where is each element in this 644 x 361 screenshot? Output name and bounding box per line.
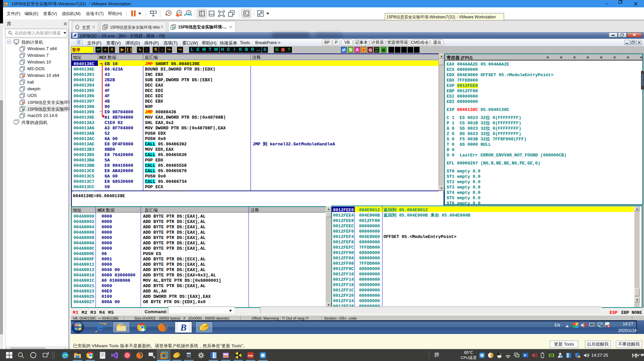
svg-text:e: e: [97, 321, 104, 333]
svg-text:PDF: PDF: [248, 354, 253, 357]
svg-text:BETA: BETA: [63, 356, 67, 358]
svg-text:B: B: [180, 322, 187, 332]
